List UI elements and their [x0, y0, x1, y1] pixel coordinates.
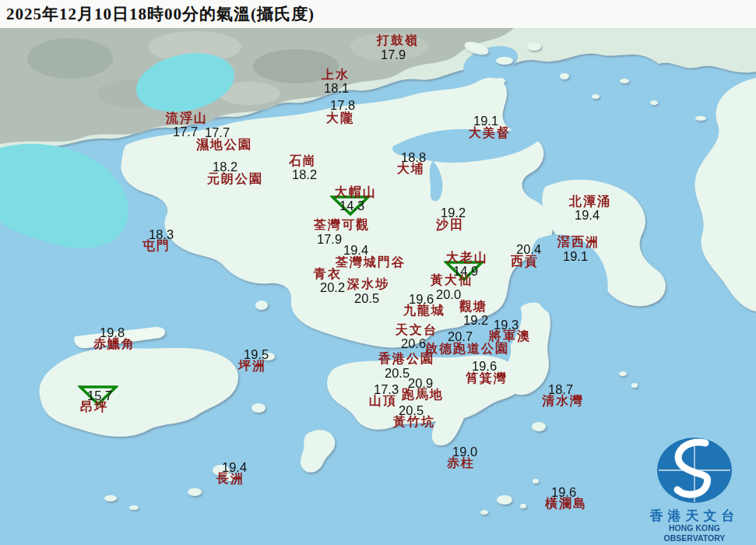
station-name: 黃竹坑 — [393, 416, 435, 428]
station-temp: 18.2 — [213, 160, 237, 173]
station-name: 西貢 — [511, 255, 539, 268]
station-temp: 20.0 — [436, 288, 461, 301]
station-name: 荃灣城門谷 — [336, 256, 406, 269]
hko-logo-chinese: 香港天文台 — [638, 508, 751, 523]
station-temp: 18.7 — [548, 383, 573, 396]
station-name: 山頂 — [369, 395, 397, 407]
station-temp: 14.3 — [339, 199, 364, 212]
station-temp: 18.8 — [401, 151, 426, 164]
station-temp: 19.1 — [563, 250, 588, 262]
station-name: 元朗公園 — [207, 173, 263, 185]
station-name: 赤柱 — [447, 457, 475, 469]
station-name: 啟德跑道公園 — [425, 343, 509, 355]
station-temp: 18.3 — [149, 228, 174, 241]
station-temp: 19.6 — [472, 360, 497, 372]
station-temp: 19.5 — [244, 348, 269, 360]
station-name: 濕地公園 — [196, 139, 252, 151]
station-name: 昂坪 — [80, 401, 108, 413]
station-name: 上水 — [322, 69, 350, 81]
station-name: 天文台 — [396, 324, 438, 336]
station-name: 赤鱲角 — [93, 338, 135, 350]
station-name: 大埔 — [397, 163, 425, 175]
hko-logo: 香港天文台 HONG KONG OBSERVATORY — [638, 435, 751, 543]
station-temp: 17.7 — [173, 125, 198, 138]
station-temp: 20.2 — [320, 281, 345, 294]
station-temp: 19.3 — [494, 318, 519, 331]
station-name: 石崗 — [289, 155, 317, 167]
station-name: 深水埗 — [347, 278, 389, 290]
station-name: 橫瀾島 — [545, 498, 587, 510]
map-title: 2025年12月10日18時00分的氣溫(攝氏度) — [0, 0, 756, 28]
station-temp: 17.8 — [330, 99, 355, 111]
hko-logo-icon — [654, 435, 735, 505]
station-name: 青衣 — [314, 268, 342, 280]
temperature-map-screen: 2025年12月10日18時00分的氣溫(攝氏度) 打鼓嶺17.9上水18.1大… — [0, 0, 756, 545]
station-temp: 19.0 — [452, 445, 477, 458]
station-name: 北潭涌 — [569, 195, 611, 208]
station-name: 大美督 — [469, 127, 511, 139]
station-name: 大隴 — [326, 112, 354, 125]
station-temp: 19.1 — [473, 114, 498, 127]
station-name: 清水灣 — [542, 395, 584, 407]
station-temp: 20.6 — [401, 337, 426, 350]
station-temp: 20.9 — [408, 377, 433, 389]
station-name: 屯門 — [142, 240, 171, 252]
station-temp: 18.1 — [324, 82, 349, 94]
station-name: 香港公園 — [378, 353, 434, 365]
station-temp: 17.9 — [381, 48, 406, 61]
station-temp: 19.6 — [551, 486, 576, 498]
station-name: 將軍澳 — [489, 330, 531, 343]
station-temp: 18.2 — [292, 168, 317, 181]
station-temp: 19.6 — [409, 293, 434, 305]
station-temp: 20.5 — [399, 404, 424, 417]
station-temp: 17.3 — [374, 383, 399, 396]
station-temp: 19.2 — [463, 314, 488, 326]
station-name: 黃大仙 — [431, 274, 473, 287]
station-temp: 19.2 — [441, 206, 466, 219]
station-temp: 20.4 — [516, 243, 541, 255]
station-temp: 20.5 — [354, 292, 379, 304]
station-name: 九龍城 — [403, 304, 445, 317]
station-temp: 20.5 — [385, 367, 410, 379]
station-temp: 20.7 — [448, 330, 473, 343]
station-name: 筲箕灣 — [466, 372, 508, 385]
station-name: 沙田 — [436, 219, 464, 231]
station-name: 荃灣可觀 — [314, 219, 370, 231]
station-name: 大帽山 — [335, 186, 377, 199]
station-name: 打鼓嶺 — [377, 34, 419, 47]
station-name: 滘西洲 — [557, 236, 600, 248]
station-temp: 17.9 — [317, 233, 342, 245]
hko-logo-english: HONG KONG OBSERVATORY — [638, 523, 751, 543]
station-temp: 19.4 — [575, 209, 600, 221]
station-name: 坪洲 — [238, 360, 266, 372]
station-temp: 15.7 — [87, 389, 112, 402]
station-temp: 19.8 — [100, 326, 125, 339]
station-temp: 19.4 — [222, 461, 247, 473]
station-name: 觀塘 — [459, 301, 487, 313]
station-name: 長洲 — [216, 473, 244, 485]
station-name: 流浮山 — [166, 112, 208, 125]
station-temp: 17.7 — [205, 126, 230, 139]
station-temp: 19.4 — [343, 244, 368, 256]
station-name: 大老山 — [446, 251, 488, 264]
station-name: 跑馬地 — [402, 389, 444, 401]
